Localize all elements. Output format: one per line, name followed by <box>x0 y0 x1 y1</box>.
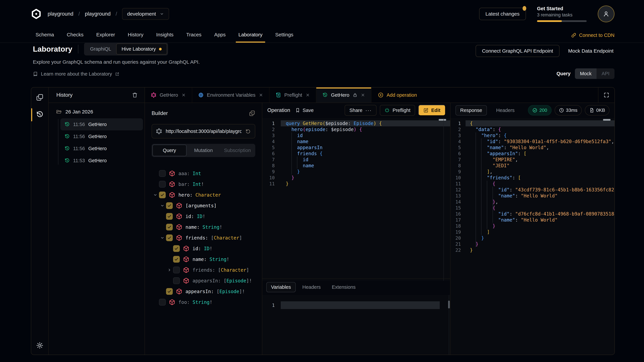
breadcrumb-org[interactable]: playground <box>48 11 73 17</box>
preflight-button[interactable]: Preflight <box>380 105 415 116</box>
nav-item-insights[interactable]: Insights <box>154 28 176 42</box>
field-checkbox[interactable] <box>159 181 166 188</box>
nav-item-schema[interactable]: Schema <box>33 28 57 42</box>
schema-field-row[interactable]: [arguments] <box>152 200 255 211</box>
share-menu-dots[interactable]: ··· <box>366 108 372 113</box>
field-checkbox[interactable] <box>173 267 180 273</box>
endpoint-url-value[interactable]: http://localhost:3000/api/lab/playground <box>166 129 242 134</box>
schema-field-row[interactable]: appearsIn: [Episode]! <box>152 286 255 297</box>
field-checkbox[interactable] <box>166 224 173 230</box>
schema-field-row[interactable]: name: String! <box>152 222 255 232</box>
globe-icon <box>198 92 204 98</box>
schema-field-row[interactable]: name: String! <box>152 254 255 265</box>
field-checkbox[interactable] <box>173 277 180 284</box>
learn-more-link[interactable]: Learn more about the Laboratory <box>33 71 614 77</box>
breadcrumb-project[interactable]: playground <box>85 11 110 17</box>
scrollbar-thumb[interactable] <box>603 119 610 121</box>
history-item[interactable]: 11:56 GetHero <box>60 142 143 155</box>
history-item[interactable]: 11:56 GetHero <box>60 118 143 130</box>
chevron-down-icon[interactable] <box>159 203 166 208</box>
collapse-builder-button[interactable] <box>249 110 255 116</box>
field-checkbox[interactable] <box>159 170 166 177</box>
indent-guide <box>476 132 476 247</box>
history-rail-button[interactable] <box>31 111 48 118</box>
mode-option-hive-laboratory[interactable]: Hive Laboratory <box>116 43 167 54</box>
query-mode-api[interactable]: API <box>596 68 614 79</box>
environment-selector[interactable]: development <box>122 8 169 20</box>
bottom-tab-variables[interactable]: Variables <box>266 282 296 292</box>
schema-field-row[interactable]: foo: String! <box>152 297 255 308</box>
op-type-mutation[interactable]: Mutation <box>186 145 220 156</box>
chevron-down-icon[interactable] <box>159 236 166 240</box>
edit-button[interactable]: Edit <box>418 105 446 116</box>
field-checkbox[interactable] <box>173 256 180 263</box>
tab-preflight[interactable]: Preflight <box>270 87 316 103</box>
history-date-label: 26 Jan 2026 <box>66 109 93 115</box>
field-checkbox[interactable] <box>166 288 173 295</box>
response-editor[interactable]: 1 { 2 "data": { 3 "hero": { 4 "id": "930… <box>450 118 614 355</box>
close-tab-icon[interactable] <box>361 93 365 97</box>
latest-changes-button[interactable]: Latest changes <box>479 8 526 20</box>
nav-item-history[interactable]: History <box>125 28 146 42</box>
history-clock-icon <box>322 92 328 98</box>
tab-response[interactable]: Response <box>456 105 487 115</box>
variables-editor[interactable]: 1 <box>262 295 450 355</box>
close-tab-icon[interactable] <box>306 93 310 97</box>
history-date-group[interactable]: 26 Jan 2026 <box>56 109 143 115</box>
schema-field-row[interactable]: hero: Character <box>152 190 255 200</box>
op-type-subscription[interactable]: Subscription <box>220 145 254 156</box>
nav-item-explorer[interactable]: Explorer <box>94 28 118 42</box>
schema-field-row[interactable]: friends: [Character] <box>152 232 255 243</box>
nav-item-settings[interactable]: Settings <box>272 28 296 42</box>
add-operation-button[interactable]: Add operation <box>372 87 423 103</box>
field-checkbox[interactable] <box>166 213 173 220</box>
tab-gethero[interactable]: GetHero <box>316 87 372 103</box>
fullscreen-button[interactable] <box>598 87 614 103</box>
field-checkbox[interactable] <box>166 234 173 241</box>
get-started-widget[interactable]: Get Started 3 remaining tasks <box>537 6 587 22</box>
schema-field-row[interactable]: friends: [Character] <box>152 265 255 275</box>
tab-response-headers[interactable]: Headers <box>492 106 519 115</box>
close-tab-icon[interactable] <box>259 93 263 97</box>
field-checkbox[interactable] <box>173 245 180 252</box>
settings-rail-button[interactable] <box>31 342 48 349</box>
avatar[interactable] <box>598 5 614 22</box>
op-type-query[interactable]: Query <box>152 145 186 156</box>
bottom-tab-headers[interactable]: Headers <box>298 282 325 292</box>
schema-field-row[interactable]: bar: Int! <box>152 179 255 190</box>
nav-item-checks[interactable]: Checks <box>64 28 86 42</box>
connect-to-cdn-link[interactable]: Connect to CDN <box>571 28 614 42</box>
mock-data-endpoint-button[interactable]: Mock Data Endpoint <box>567 48 614 54</box>
history-item[interactable]: 11:53 GetHero <box>60 155 143 167</box>
save-operation-button[interactable]: Save <box>295 108 314 113</box>
connect-graphql-endpoint-button[interactable]: Connect GraphQL API Endpoint <box>476 45 560 57</box>
schema-field-row[interactable]: id: ID! <box>152 243 255 254</box>
schema-field-row[interactable]: id: ID! <box>152 211 255 222</box>
tab-environment-variables[interactable]: Environment Variables <box>192 87 270 103</box>
field-checkbox[interactable] <box>166 202 173 209</box>
field-checkbox[interactable] <box>159 192 166 198</box>
clear-history-button[interactable] <box>132 92 138 98</box>
collections-rail-button[interactable] <box>31 93 48 101</box>
tab-gethero[interactable]: GetHero <box>145 87 192 103</box>
nav-item-traces[interactable]: Traces <box>184 28 204 42</box>
history-item[interactable]: 11:56 GetHero <box>60 130 143 142</box>
close-tab-icon[interactable] <box>182 93 186 97</box>
endpoint-url-input[interactable]: http://localhost:3000/api/lab/playground <box>152 124 255 138</box>
chevron-right-icon[interactable] <box>166 268 173 272</box>
nav-item-apps[interactable]: Apps <box>212 28 228 42</box>
query-editor[interactable]: 1 query GetHero($episode: Episode) { 2 h… <box>262 118 450 281</box>
scrollbar-thumb[interactable] <box>439 119 446 121</box>
mode-option-graphiql[interactable]: GraphiQL <box>85 44 116 54</box>
bottom-tab-extensions[interactable]: Extensions <box>327 282 360 292</box>
field-checkbox[interactable] <box>159 299 166 306</box>
chevron-down-icon[interactable] <box>152 193 159 197</box>
scrollbar-thumb[interactable] <box>448 301 450 308</box>
refresh-schema-icon[interactable] <box>245 128 251 134</box>
share-button[interactable]: Share ··· <box>345 105 376 116</box>
schema-field-row[interactable]: aaa: Int <box>152 168 255 179</box>
hive-logo-icon[interactable] <box>31 8 41 19</box>
schema-field-row[interactable]: appearsIn: [Episode]! <box>152 275 255 286</box>
query-mode-mock[interactable]: Mock <box>575 68 596 79</box>
nav-item-laboratory[interactable]: Laboratory <box>236 28 265 42</box>
